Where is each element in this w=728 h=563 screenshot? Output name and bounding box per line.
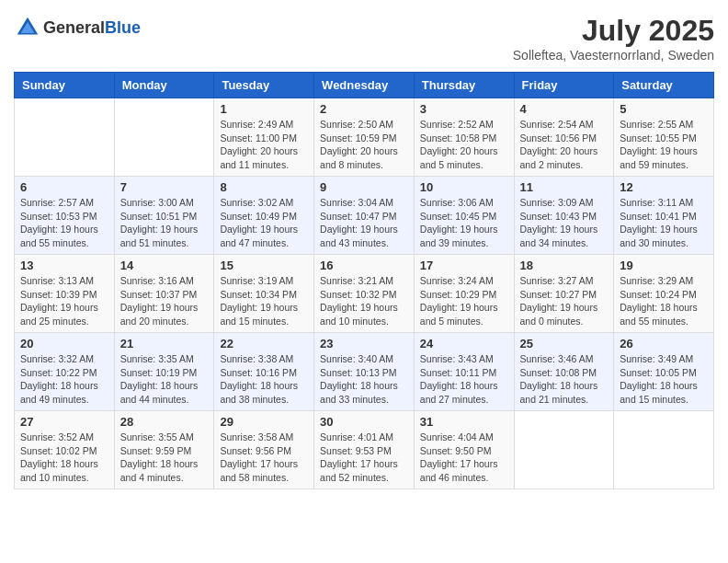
weekday-header-tuesday: Tuesday — [214, 73, 314, 98]
calendar-cell: 3Sunrise: 2:52 AM Sunset: 10:58 PM Dayli… — [414, 98, 514, 177]
day-info: Sunrise: 3:00 AM Sunset: 10:51 PM Daylig… — [120, 196, 209, 250]
day-info: Sunrise: 3:27 AM Sunset: 10:27 PM Daylig… — [520, 274, 609, 328]
day-info: Sunrise: 3:29 AM Sunset: 10:24 PM Daylig… — [620, 274, 708, 328]
day-number: 1 — [220, 102, 308, 116]
day-number: 7 — [120, 180, 209, 194]
day-number: 6 — [20, 180, 108, 194]
calendar-cell: 9Sunrise: 3:04 AM Sunset: 10:47 PM Dayli… — [314, 177, 415, 255]
day-info: Sunrise: 2:57 AM Sunset: 10:53 PM Daylig… — [20, 196, 108, 250]
calendar-cell: 11Sunrise: 3:09 AM Sunset: 10:43 PM Dayl… — [514, 177, 614, 255]
month-year-title: July 2025 — [513, 14, 714, 48]
day-info: Sunrise: 3:35 AM Sunset: 10:19 PM Daylig… — [120, 352, 209, 407]
calendar-cell: 31Sunrise: 4:04 AM Sunset: 9:50 PM Dayli… — [414, 411, 514, 489]
weekday-header-monday: Monday — [114, 73, 214, 98]
calendar-cell: 13Sunrise: 3:13 AM Sunset: 10:39 PM Dayl… — [15, 255, 115, 333]
weekday-header-sunday: Sunday — [15, 73, 115, 98]
day-info: Sunrise: 3:52 AM Sunset: 10:02 PM Daylig… — [20, 431, 108, 485]
day-number: 21 — [120, 337, 209, 350]
calendar-cell — [614, 411, 714, 489]
calendar-cell: 28Sunrise: 3:55 AM Sunset: 9:59 PM Dayli… — [114, 411, 214, 489]
calendar-cell: 16Sunrise: 3:21 AM Sunset: 10:32 PM Dayl… — [314, 255, 415, 333]
day-info: Sunrise: 3:40 AM Sunset: 10:13 PM Daylig… — [320, 352, 408, 407]
calendar-cell: 22Sunrise: 3:38 AM Sunset: 10:16 PM Dayl… — [214, 333, 314, 411]
day-info: Sunrise: 3:04 AM Sunset: 10:47 PM Daylig… — [320, 196, 408, 250]
day-info: Sunrise: 2:54 AM Sunset: 10:56 PM Daylig… — [520, 118, 609, 172]
day-info: Sunrise: 2:49 AM Sunset: 11:00 PM Daylig… — [220, 118, 308, 172]
day-number: 28 — [120, 415, 209, 429]
calendar-cell: 17Sunrise: 3:24 AM Sunset: 10:29 PM Dayl… — [414, 255, 514, 333]
day-number: 19 — [620, 259, 708, 272]
weekday-header-wednesday: Wednesday — [314, 73, 415, 98]
location-subtitle: Solleftea, Vaesternorrland, Sweden — [513, 48, 714, 63]
day-number: 8 — [220, 180, 308, 194]
calendar-cell: 4Sunrise: 2:54 AM Sunset: 10:56 PM Dayli… — [514, 98, 614, 177]
day-info: Sunrise: 3:43 AM Sunset: 10:11 PM Daylig… — [420, 352, 508, 407]
day-number: 22 — [220, 337, 308, 350]
day-info: Sunrise: 3:16 AM Sunset: 10:37 PM Daylig… — [120, 274, 209, 328]
calendar-cell: 5Sunrise: 2:55 AM Sunset: 10:55 PM Dayli… — [614, 98, 714, 177]
logo-text-general: General — [43, 18, 105, 37]
day-info: Sunrise: 4:01 AM Sunset: 9:53 PM Dayligh… — [320, 431, 408, 485]
day-info: Sunrise: 3:38 AM Sunset: 10:16 PM Daylig… — [220, 352, 308, 407]
day-info: Sunrise: 3:58 AM Sunset: 9:56 PM Dayligh… — [220, 431, 308, 485]
day-info: Sunrise: 3:13 AM Sunset: 10:39 PM Daylig… — [20, 274, 108, 328]
calendar-cell: 2Sunrise: 2:50 AM Sunset: 10:59 PM Dayli… — [314, 98, 415, 177]
day-number: 11 — [520, 180, 609, 194]
day-number: 2 — [320, 102, 408, 116]
calendar-week-row: 6Sunrise: 2:57 AM Sunset: 10:53 PM Dayli… — [15, 177, 714, 255]
calendar-cell — [15, 98, 115, 177]
day-info: Sunrise: 3:55 AM Sunset: 9:59 PM Dayligh… — [120, 431, 209, 485]
day-info: Sunrise: 3:11 AM Sunset: 10:41 PM Daylig… — [620, 196, 708, 250]
day-number: 24 — [420, 337, 508, 350]
day-number: 4 — [520, 102, 609, 116]
calendar-week-row: 13Sunrise: 3:13 AM Sunset: 10:39 PM Dayl… — [15, 255, 714, 333]
day-info: Sunrise: 2:55 AM Sunset: 10:55 PM Daylig… — [620, 118, 708, 172]
calendar-cell: 10Sunrise: 3:06 AM Sunset: 10:45 PM Dayl… — [414, 177, 514, 255]
day-number: 25 — [520, 337, 609, 350]
calendar-cell: 23Sunrise: 3:40 AM Sunset: 10:13 PM Dayl… — [314, 333, 415, 411]
day-info: Sunrise: 2:52 AM Sunset: 10:58 PM Daylig… — [420, 118, 508, 172]
calendar-cell: 26Sunrise: 3:49 AM Sunset: 10:05 PM Dayl… — [614, 333, 714, 411]
day-info: Sunrise: 3:09 AM Sunset: 10:43 PM Daylig… — [520, 196, 609, 250]
calendar-week-row: 27Sunrise: 3:52 AM Sunset: 10:02 PM Dayl… — [15, 411, 714, 489]
calendar-cell: 8Sunrise: 3:02 AM Sunset: 10:49 PM Dayli… — [214, 177, 314, 255]
day-number: 31 — [420, 415, 508, 429]
calendar-cell: 21Sunrise: 3:35 AM Sunset: 10:19 PM Dayl… — [114, 333, 214, 411]
calendar-cell: 12Sunrise: 3:11 AM Sunset: 10:41 PM Dayl… — [614, 177, 714, 255]
day-number: 14 — [120, 259, 209, 272]
day-number: 20 — [20, 337, 108, 350]
day-number: 17 — [420, 259, 508, 272]
calendar-cell: 20Sunrise: 3:32 AM Sunset: 10:22 PM Dayl… — [15, 333, 115, 411]
day-info: Sunrise: 4:04 AM Sunset: 9:50 PM Dayligh… — [420, 431, 508, 485]
calendar-cell: 27Sunrise: 3:52 AM Sunset: 10:02 PM Dayl… — [15, 411, 115, 489]
day-number: 10 — [420, 180, 508, 194]
day-info: Sunrise: 3:19 AM Sunset: 10:34 PM Daylig… — [220, 274, 308, 328]
day-number: 12 — [620, 180, 708, 194]
day-info: Sunrise: 3:21 AM Sunset: 10:32 PM Daylig… — [320, 274, 408, 328]
day-info: Sunrise: 3:46 AM Sunset: 10:08 PM Daylig… — [520, 352, 609, 407]
weekday-header-friday: Friday — [514, 73, 614, 98]
calendar-cell: 7Sunrise: 3:00 AM Sunset: 10:51 PM Dayli… — [114, 177, 214, 255]
calendar-week-row: 1Sunrise: 2:49 AM Sunset: 11:00 PM Dayli… — [15, 98, 714, 177]
calendar-week-row: 20Sunrise: 3:32 AM Sunset: 10:22 PM Dayl… — [15, 333, 714, 411]
day-number: 13 — [20, 259, 108, 272]
logo-icon — [14, 14, 41, 41]
calendar-cell: 6Sunrise: 2:57 AM Sunset: 10:53 PM Dayli… — [15, 177, 115, 255]
logo-text-blue: Blue — [105, 18, 141, 37]
calendar-cell — [514, 411, 614, 489]
day-info: Sunrise: 3:24 AM Sunset: 10:29 PM Daylig… — [420, 274, 508, 328]
day-number: 26 — [620, 337, 708, 350]
day-number: 23 — [320, 337, 408, 350]
day-info: Sunrise: 3:32 AM Sunset: 10:22 PM Daylig… — [20, 352, 108, 407]
title-section: July 2025 Solleftea, Vaesternorrland, Sw… — [513, 14, 714, 63]
calendar-cell: 15Sunrise: 3:19 AM Sunset: 10:34 PM Dayl… — [214, 255, 314, 333]
day-number: 30 — [320, 415, 408, 429]
calendar-cell: 29Sunrise: 3:58 AM Sunset: 9:56 PM Dayli… — [214, 411, 314, 489]
calendar-cell — [114, 98, 214, 177]
weekday-header-thursday: Thursday — [414, 73, 514, 98]
day-number: 29 — [220, 415, 308, 429]
calendar-cell: 19Sunrise: 3:29 AM Sunset: 10:24 PM Dayl… — [614, 255, 714, 333]
day-number: 16 — [320, 259, 408, 272]
logo: GeneralBlue — [14, 14, 141, 41]
day-info: Sunrise: 3:06 AM Sunset: 10:45 PM Daylig… — [420, 196, 508, 250]
